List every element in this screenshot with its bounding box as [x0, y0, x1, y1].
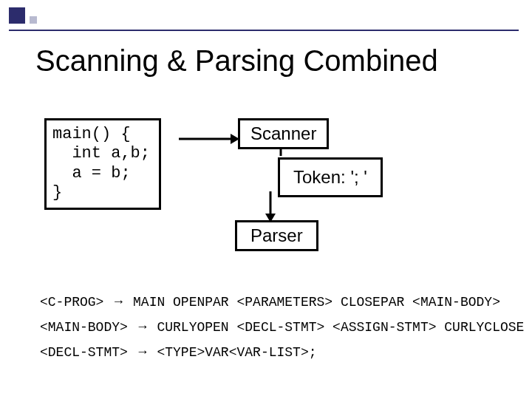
- grammar-rule-2: <MAIN-BODY> → CURLYOPEN <DECL-STMT> <ASS…: [40, 319, 524, 335]
- slide-decoration: [9, 7, 37, 24]
- title-underline: [9, 30, 519, 31]
- grammar-lhs: <DECL-STMT>: [40, 345, 128, 360]
- produces-arrow-icon: →: [136, 344, 149, 359]
- grammar-rhs: <TYPE>VAR<VAR-LIST>;: [157, 345, 316, 360]
- grammar-lhs: <C-PROG>: [40, 295, 103, 310]
- produces-arrow-icon: →: [136, 319, 149, 334]
- grammar-rule-1: <C-PROG> → MAIN OPENPAR <PARAMETERS> CLO…: [40, 294, 500, 310]
- token-box: Token: '; ': [278, 157, 383, 197]
- arrow-token-to-parser: [263, 191, 278, 222]
- grammar-lhs: <MAIN-BODY>: [40, 320, 128, 335]
- source-code-box: main() { int a,b; a = b; }: [44, 118, 161, 210]
- decoration-square-large: [9, 7, 25, 24]
- parser-box: Parser: [235, 220, 318, 251]
- grammar-rhs: MAIN OPENPAR <PARAMETERS> CLOSEPAR <MAIN…: [133, 295, 500, 310]
- arrow-code-to-scanner: [179, 132, 239, 146]
- decoration-square-small: [30, 16, 37, 24]
- grammar-rule-3: <DECL-STMT> → <TYPE>VAR<VAR-LIST>;: [40, 344, 317, 360]
- grammar-rhs: CURLYOPEN <DECL-STMT> <ASSIGN-STMT> CURL…: [157, 320, 524, 335]
- scanner-box: Scanner: [238, 118, 329, 149]
- produces-arrow-icon: →: [112, 294, 125, 309]
- slide-title: Scanning & Parsing Combined: [35, 44, 438, 78]
